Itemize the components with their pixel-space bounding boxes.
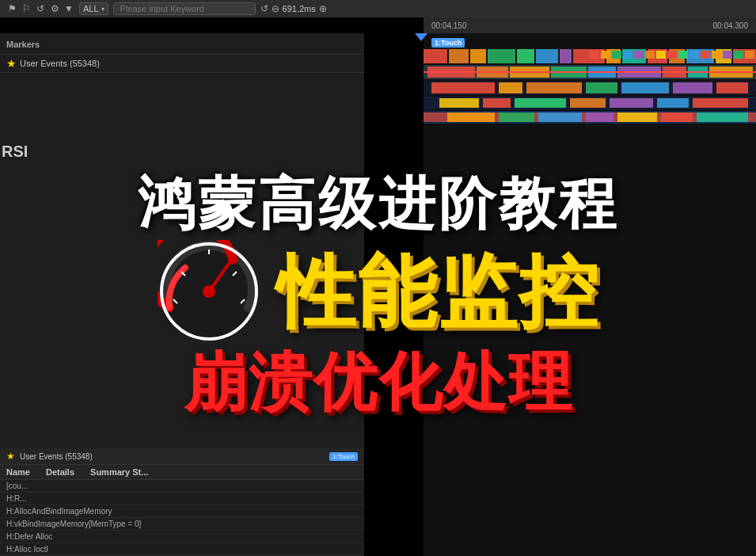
- rsi-label: RSI: [2, 143, 28, 161]
- scroll-indicator: [415, 33, 427, 41]
- bottom-panel: ★ User Events (55348) 1:Touch Name Detai…: [0, 448, 364, 556]
- timeline-header: 00:04.150 00:04.300: [424, 17, 756, 33]
- user-events-label-2: User Events (55348): [20, 452, 93, 461]
- title-perf-text: 性能监控: [276, 252, 599, 331]
- col-details: Details: [46, 467, 74, 477]
- filter-dropdown[interactable]: ALL ▾: [79, 2, 108, 15]
- search-input[interactable]: [113, 2, 256, 15]
- touch-badge-top: 1:Touch: [431, 38, 465, 48]
- timing-back-icon[interactable]: ↺: [260, 3, 268, 14]
- speedometer-icon: [158, 240, 260, 343]
- detail-row-3: H:vkBindImageMemory[MemType = 0]: [0, 518, 364, 531]
- detail-row-1: H:R...: [0, 493, 364, 505]
- chevron-down-icon: ▾: [101, 6, 104, 13]
- time-label-start: 00:04.150: [431, 21, 467, 30]
- detail-row-2: H:AllocAndBindImageMemory: [0, 505, 364, 518]
- timing-minus-icon[interactable]: ⊖: [272, 3, 279, 14]
- col-name: Name: [6, 467, 30, 477]
- star-icon-2: ★: [6, 451, 15, 462]
- touch-badge-bottom: 1:Touch: [329, 452, 358, 461]
- col-summary: Summary St...: [90, 467, 148, 477]
- detail-row-4: H:Defer Alloc: [0, 531, 364, 543]
- title-performance: 性能监控: [158, 240, 599, 343]
- bookmark-icon[interactable]: ⚑: [6, 3, 17, 14]
- toolbar: ⚑ ⚐ ↺ ⚙ ▼ ALL ▾ ↺ ⊖ 691.2ms ⊕: [0, 0, 756, 17]
- flag-icon[interactable]: ⚐: [21, 3, 32, 14]
- user-events-row-2: ★ User Events (55348) 1:Touch: [0, 448, 364, 465]
- dropdown-label: ALL: [83, 4, 99, 13]
- timeline-red-line: [424, 71, 756, 73]
- detail-row-5: H:Alloc Ioctl: [0, 543, 364, 556]
- details-header: Name Details Summary St...: [0, 465, 364, 480]
- time-label-end: 00:04.300: [713, 21, 749, 30]
- title-line1: 鸿蒙高级进阶教程: [138, 175, 619, 232]
- timing-value: 691.2ms: [283, 4, 316, 13]
- toolbar-icons: ⚑ ⚐ ↺ ⚙ ▼: [6, 3, 74, 14]
- timing-plus-icon[interactable]: ⊕: [319, 3, 327, 14]
- detail-row-0: [cou...: [0, 480, 364, 493]
- title-crash: 崩溃优化处理: [184, 351, 573, 414]
- timing-display: ↺ ⊖ 691.2ms ⊕: [260, 3, 327, 14]
- settings-icon[interactable]: ⚙: [49, 3, 60, 14]
- filter-icon[interactable]: ▼: [63, 3, 74, 14]
- refresh-icon[interactable]: ↺: [35, 3, 46, 14]
